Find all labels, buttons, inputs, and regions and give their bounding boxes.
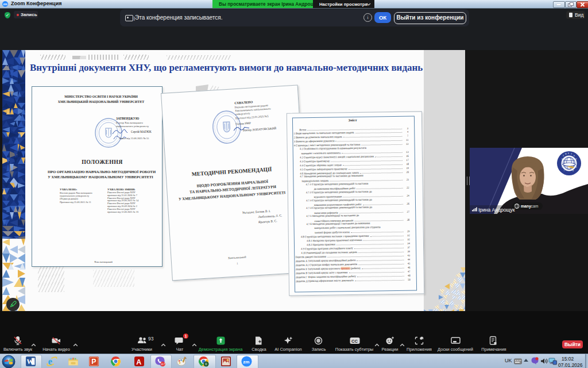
svg-text:many: many	[521, 204, 531, 209]
svg-text:Е: Е	[568, 152, 569, 155]
svg-text:В: В	[572, 170, 574, 172]
svg-text:І: І	[564, 170, 564, 172]
svg-text:117: 117	[161, 363, 165, 366]
svg-text:Л: Л	[571, 153, 572, 155]
svg-text:Ь: Ь	[574, 155, 575, 157]
svg-text:Ірина Андрощук: Ірина Андрощук	[478, 207, 515, 213]
svg-text:A: A	[136, 358, 141, 366]
svg-text:P: P	[91, 358, 96, 366]
svg-text:cam: cam	[531, 204, 539, 208]
svg-text:zm: zm	[243, 359, 249, 365]
svg-text:М: М	[565, 153, 567, 155]
svg-text:CC: CC	[351, 339, 358, 344]
svg-text:W: W	[27, 358, 34, 366]
